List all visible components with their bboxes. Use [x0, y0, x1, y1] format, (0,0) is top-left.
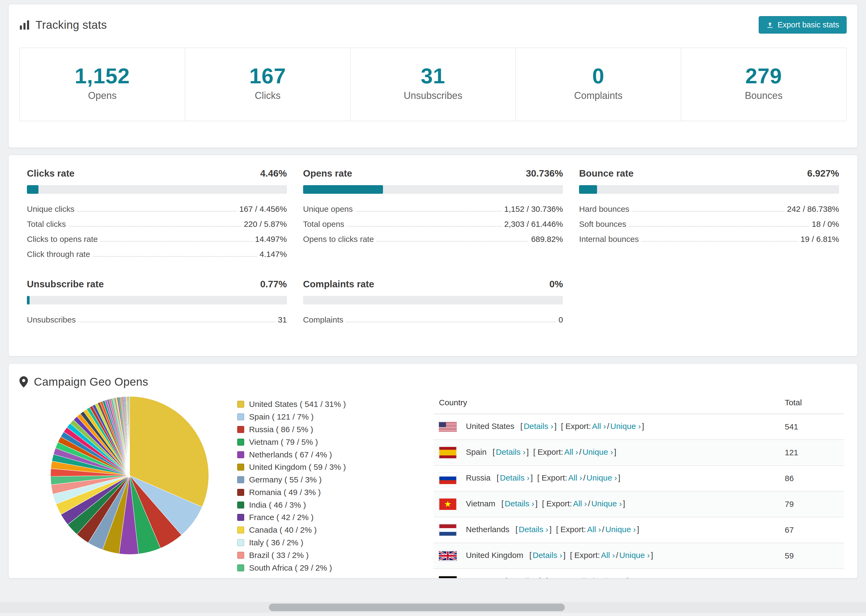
legend-item-united-states: United States ( 541 / 31% ) [237, 398, 417, 411]
uk-flag-icon [439, 550, 457, 561]
export-all-link[interactable]: All › [587, 525, 601, 534]
legend-item-india: India ( 46 / 3% ) [237, 498, 417, 511]
chevron-right-icon: › [543, 525, 548, 534]
stat-row: Clicks to opens rate14.497% [27, 230, 287, 245]
clicks-rate-value: 4.46% [260, 168, 287, 179]
export-all-link[interactable]: All › [577, 577, 591, 579]
legend-swatch [237, 539, 244, 546]
tracking-stats-card: Tracking stats Export basic stats 1,152 … [8, 4, 858, 148]
details-link[interactable]: Details › [496, 448, 526, 456]
geo-total-value: 67 [779, 517, 844, 543]
stat-clicks-label: Clicks [185, 90, 350, 101]
stat-row: Internal bounces19 / 6.81% [579, 230, 839, 245]
chevron-right-icon: › [577, 473, 582, 482]
export-unique-link[interactable]: Unique › [619, 551, 650, 559]
geo-table: Country Total United States [Details ›] … [433, 391, 844, 579]
export-unique-link[interactable]: Unique › [587, 473, 617, 482]
unsubscribe-rate-block: Unsubscribe rate 0.77% Unsubscribes31 [27, 279, 287, 326]
geo-card-title-text: Campaign Geo Opens [34, 376, 148, 388]
complaints-rate-block: Complaints rate 0% Complaints0 [303, 279, 563, 326]
geo-total-value: 86 [779, 465, 844, 491]
legend-swatch [237, 464, 244, 471]
stat-complaints-label: Complaints [516, 90, 681, 101]
export-unique-link[interactable]: Unique › [591, 499, 622, 508]
geo-opens-pie-chart [49, 395, 210, 556]
horizontal-scrollbar-thumb[interactable] [269, 603, 565, 611]
opens-rate-progressbar [303, 185, 563, 194]
stat-complaints: 0 Complaints [516, 48, 681, 121]
bounce-rate-block: Bounce rate 6.927% Hard bounces242 / 86.… [579, 168, 839, 261]
legend-item-canada: Canada ( 40 / 2% ) [237, 524, 417, 536]
export-all-link[interactable]: All › [573, 499, 587, 508]
legend-item-italy: Italy ( 36 / 2% ) [237, 536, 417, 549]
legend-swatch [237, 501, 244, 509]
geo-total-value: 55 [779, 569, 844, 579]
germany-flag-icon [439, 576, 457, 579]
legend-item-vietnam: Vietnam ( 79 / 5% ) [237, 436, 417, 448]
clicks-rate-title: Clicks rate [27, 168, 74, 179]
chevron-right-icon: › [617, 499, 622, 508]
legend-swatch [237, 413, 244, 420]
legend-swatch [237, 401, 244, 408]
geo-table-row-germany: Germany [Details ›] [Export:All ›/Unique… [433, 569, 844, 579]
spain-flag-icon [439, 447, 457, 458]
legend-item-south-africa: South Africa ( 29 / 2% ) [237, 561, 417, 574]
details-link[interactable]: Details › [524, 422, 553, 431]
opens-rate-title: Opens rate [303, 168, 352, 179]
legend-swatch [237, 564, 244, 571]
stat-row: Unique opens1,152 / 30.736% [303, 200, 563, 215]
stat-row: Hard bounces242 / 86.738% [579, 200, 839, 215]
geo-table-row-spain: Spain [Details ›] [Export:All ›/Unique ›… [433, 440, 844, 465]
export-all-link[interactable]: All › [564, 448, 578, 456]
export-all-link[interactable]: All › [601, 551, 615, 559]
chevron-right-icon: › [621, 577, 625, 579]
summary-stats-strip: 1,152 Opens 167 Clicks 31 Unsubscribes 0… [19, 47, 847, 121]
clicks-rate-progressbar [27, 185, 287, 194]
export-all-link[interactable]: All › [568, 473, 582, 482]
legend-swatch [237, 426, 244, 433]
export-unique-link[interactable]: Unique › [583, 448, 613, 456]
stat-row: Unique clicks167 / 4.456% [27, 200, 287, 215]
details-link[interactable]: Details › [519, 525, 548, 534]
page: Tracking stats Export basic stats 1,152 … [0, 0, 866, 616]
legend-swatch [237, 476, 244, 483]
details-link[interactable]: Details › [533, 551, 562, 559]
stat-row: Complaints0 [303, 311, 563, 326]
export-basic-stats-button[interactable]: Export basic stats [759, 16, 847, 34]
complaints-rate-progressbar [303, 296, 563, 305]
chevron-right-icon: › [631, 525, 636, 534]
stat-row: Click through rate4.147% [27, 245, 287, 261]
stat-opens-value: 1,152 [20, 64, 185, 88]
tracking-stats-title: Tracking stats [19, 19, 107, 31]
stat-unsubscribes: 31 Unsubscribes [351, 48, 516, 121]
export-unique-link[interactable]: Unique › [595, 577, 625, 579]
geo-table-row-vietnam: Vietnam [Details ›] [Export:All ›/Unique… [433, 491, 844, 517]
tracking-stats-header: Tracking stats Export basic stats [9, 4, 857, 34]
details-link[interactable]: Details › [508, 577, 538, 579]
stat-bounces-value: 279 [681, 64, 846, 88]
chevron-right-icon: › [524, 473, 529, 482]
chevron-right-icon: › [533, 577, 538, 579]
us-flag-icon [439, 421, 457, 432]
export-unique-link[interactable]: Unique › [610, 422, 641, 431]
clicks-rate-block: Clicks rate 4.46% Unique clicks167 / 4.4… [27, 168, 287, 261]
complaints-rate-value: 0% [550, 279, 563, 289]
legend-item-spain: Spain ( 121 / 7% ) [237, 411, 417, 423]
stat-row: Total opens2,303 / 61.446% [303, 215, 563, 230]
stat-unsubscribes-label: Unsubscribes [351, 90, 516, 101]
geo-total-value: 79 [779, 491, 844, 517]
details-link[interactable]: Details › [500, 473, 529, 482]
chevron-right-icon: › [612, 473, 617, 482]
details-link[interactable]: Details › [505, 499, 534, 508]
opens-rate-block: Opens rate 30.736% Unique opens1,152 / 3… [303, 168, 563, 261]
export-unique-link[interactable]: Unique › [605, 525, 636, 534]
rates-card: Clicks rate 4.46% Unique clicks167 / 4.4… [8, 154, 858, 357]
geo-table-row-united-kingdom: United Kingdom [Details ›] [Export:All ›… [433, 543, 844, 569]
geo-total-value: 541 [779, 414, 844, 440]
legend-item-romania: Romania ( 49 / 3% ) [237, 486, 417, 498]
export-all-link[interactable]: All › [592, 422, 606, 431]
chevron-right-icon: › [548, 422, 553, 431]
legend-item-france: France ( 42 / 2% ) [237, 511, 417, 524]
vietnam-flag-icon [439, 498, 457, 510]
stat-unsubscribes-value: 31 [351, 64, 516, 88]
